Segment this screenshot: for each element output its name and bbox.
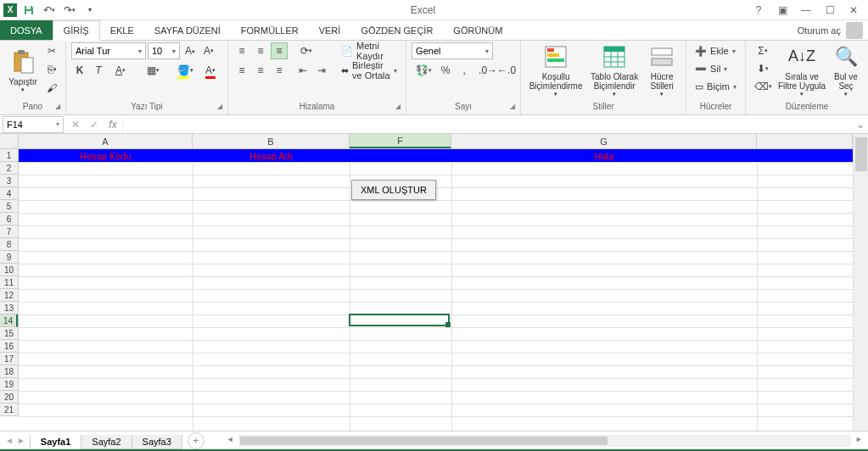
comma-format-icon[interactable]: ,	[456, 62, 473, 79]
help-icon[interactable]: ?	[748, 2, 770, 19]
row-header-19[interactable]: 19	[0, 378, 18, 391]
tab-formulas[interactable]: FORMÜLLER	[231, 20, 309, 40]
row-header-17[interactable]: 17	[0, 353, 18, 365]
decrease-decimal-icon[interactable]: ←.0	[498, 62, 515, 79]
column-header-blank[interactable]	[757, 134, 853, 148]
enter-formula-icon[interactable]: ✓	[85, 116, 104, 133]
close-icon[interactable]: ✕	[843, 2, 865, 19]
row-header-15[interactable]: 15	[0, 327, 18, 340]
align-left-icon[interactable]: ≡	[233, 62, 250, 79]
maximize-icon[interactable]: ☐	[819, 2, 841, 19]
alignment-launcher-icon[interactable]: ◢	[395, 101, 400, 113]
row-header-12[interactable]: 12	[0, 289, 18, 302]
format-as-table-button[interactable]: Tablo Olarak Biçimlendir▾	[588, 42, 641, 98]
font-size-combo[interactable]: 10▾	[148, 42, 180, 59]
align-right-icon[interactable]: ≡	[271, 62, 288, 79]
column-header-F[interactable]: F	[350, 134, 451, 148]
row-header-18[interactable]: 18	[0, 365, 18, 378]
number-format-combo[interactable]: Genel▾	[412, 42, 493, 59]
font-launcher-icon[interactable]: ◢	[217, 101, 222, 113]
cut-icon[interactable]: ✂	[43, 42, 60, 59]
insert-cells-button[interactable]: ➕Ekle▾	[692, 42, 738, 59]
name-box[interactable]: F14▾	[3, 116, 64, 133]
decrease-font-icon[interactable]: A▾	[200, 42, 217, 59]
bold-icon[interactable]: K	[71, 62, 88, 79]
row-header-7[interactable]: 7	[0, 226, 18, 238]
sheet-nav-next-icon[interactable]: ►	[17, 436, 25, 445]
underline-icon[interactable]: A▾	[109, 62, 132, 79]
clipboard-launcher-icon[interactable]: ◢	[55, 101, 60, 113]
row-header-2[interactable]: 2	[0, 162, 18, 175]
column-header-A[interactable]: A	[19, 134, 193, 148]
align-top-icon[interactable]: ≡	[233, 42, 250, 59]
row-headers[interactable]: 123456789101112131415161718192021	[0, 149, 19, 416]
row-header-9[interactable]: 9	[0, 251, 18, 264]
row-header-10[interactable]: 10	[0, 264, 18, 276]
vertical-scrollbar[interactable]	[853, 134, 868, 431]
sheet-nav-prev-icon[interactable]: ◄	[5, 436, 14, 445]
tab-view[interactable]: GÖRÜNÜM	[443, 20, 512, 40]
tab-insert[interactable]: EKLE	[100, 20, 144, 40]
column-headers[interactable]: ABFG	[19, 134, 853, 149]
tab-page-layout[interactable]: SAYFA DÜZENİ	[144, 20, 231, 40]
sheet-tab-sayfa1[interactable]: Sayfa1	[30, 435, 81, 449]
row-header-20[interactable]: 20	[0, 391, 18, 404]
decrease-indent-icon[interactable]: ⇤	[294, 62, 311, 79]
row-header-21[interactable]: 21	[0, 404, 18, 416]
column-header-B[interactable]: B	[193, 134, 350, 148]
autosum-icon[interactable]: Σ▾	[751, 42, 775, 59]
insert-function-icon[interactable]: fx	[104, 116, 122, 133]
border-icon[interactable]: ▦▾	[141, 62, 165, 79]
sign-in-link[interactable]: Oturum aç	[798, 25, 841, 36]
select-all-corner[interactable]	[0, 134, 19, 149]
format-cells-button[interactable]: ▭Biçim▾	[692, 78, 740, 95]
accounting-format-icon[interactable]: 💱▾	[412, 62, 435, 79]
tab-home[interactable]: GİRİŞ	[53, 20, 100, 41]
orientation-icon[interactable]: ⟳▾	[294, 42, 318, 59]
number-launcher-icon[interactable]: ◢	[510, 101, 515, 113]
horizontal-scrollbar[interactable]	[238, 435, 851, 447]
increase-decimal-icon[interactable]: .0→	[479, 62, 496, 79]
minimize-icon[interactable]: —	[795, 2, 817, 19]
cell-styles-button[interactable]: Hücre Stilleri▾	[643, 42, 680, 98]
sheet-tab-sayfa2[interactable]: Sayfa2	[81, 435, 132, 449]
new-sheet-button[interactable]: +	[188, 432, 204, 449]
save-icon[interactable]	[20, 2, 37, 19]
fill-handle[interactable]	[445, 322, 451, 327]
font-color-icon[interactable]: A▾	[199, 62, 222, 79]
align-middle-icon[interactable]: ≡	[252, 42, 269, 59]
clear-icon[interactable]: ⌫▾	[751, 78, 775, 95]
conditional-formatting-button[interactable]: Koşullu Biçimlendirme▾	[526, 42, 585, 98]
row-header-11[interactable]: 11	[0, 276, 18, 289]
row-header-4[interactable]: 4	[0, 187, 18, 200]
row-header-3[interactable]: 3	[0, 175, 18, 187]
row-header-13[interactable]: 13	[0, 302, 18, 315]
sort-filter-button[interactable]: A↓Z Sırala ve Filtre Uygula▾	[777, 42, 826, 98]
row-header-16[interactable]: 16	[0, 340, 18, 353]
format-painter-icon[interactable]: 🖌	[43, 80, 60, 97]
merge-center-button[interactable]: ⬌Birleştir ve Ortala▾	[338, 62, 400, 79]
font-name-combo[interactable]: Arial Tur▾	[71, 42, 146, 59]
find-select-button[interactable]: 🔍 Bul ve Seç▾	[829, 42, 863, 98]
avatar-icon[interactable]	[846, 22, 863, 39]
delete-cells-button[interactable]: ➖Sil▾	[692, 60, 731, 77]
tab-review[interactable]: GÖZDEN GEÇİR	[350, 20, 443, 40]
column-header-G[interactable]: G	[451, 134, 757, 148]
cell-grid[interactable]: ABFG 123456789101112131415161718192021 H…	[0, 134, 868, 431]
tab-file[interactable]: DOSYA	[0, 20, 53, 40]
formula-input[interactable]	[122, 116, 853, 133]
expand-formula-bar-icon[interactable]: ⌄	[853, 119, 868, 131]
tab-data[interactable]: VERİ	[309, 20, 351, 40]
xml-create-button[interactable]: XML OLUŞTUR	[351, 180, 436, 200]
cancel-formula-icon[interactable]: ✕	[66, 116, 85, 133]
ribbon-display-icon[interactable]: ▣	[771, 2, 793, 19]
increase-font-icon[interactable]: A▴	[182, 42, 199, 59]
increase-indent-icon[interactable]: ⇥	[313, 62, 330, 79]
row-header-5[interactable]: 5	[0, 200, 18, 213]
undo-icon[interactable]: ↶▾	[41, 2, 58, 19]
align-center-icon[interactable]: ≡	[252, 62, 269, 79]
fill-color-icon[interactable]: 🪣▾	[173, 62, 197, 79]
qat-customize-icon[interactable]: ▾	[81, 2, 98, 19]
row-header-1[interactable]: 1	[0, 149, 18, 162]
wrap-text-button[interactable]: 📄Metni Kaydır	[338, 42, 400, 59]
